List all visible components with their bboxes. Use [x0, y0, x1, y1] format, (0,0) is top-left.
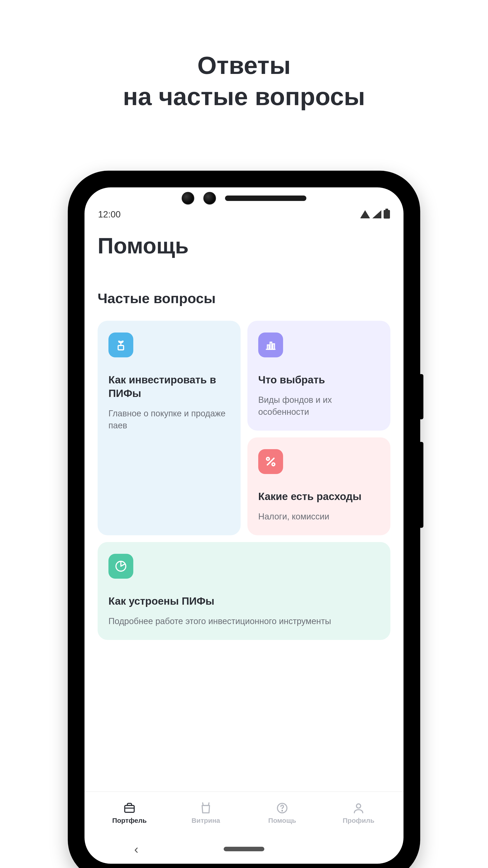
- camera-icon: [203, 192, 216, 205]
- pie-chart-icon: [108, 554, 133, 579]
- faq-card-choose[interactable]: Что выбрать Виды фондов и их особенности: [248, 321, 390, 431]
- card-subtitle: Налоги, комиссии: [258, 510, 380, 523]
- back-icon[interactable]: ‹: [134, 842, 138, 857]
- bar-chart-icon: [258, 333, 283, 358]
- phone-screen: 12:00 Помощь Частые вопросы: [85, 187, 403, 864]
- card-title: Что выбрать: [258, 373, 380, 387]
- phone-frame: 12:00 Помощь Частые вопросы: [68, 170, 420, 868]
- svg-rect-1: [267, 345, 269, 349]
- card-title: Как устроены ПИФы: [108, 594, 380, 608]
- app-content: Помощь Частые вопросы: [85, 223, 403, 792]
- speaker-icon: [225, 195, 306, 201]
- nav-showcase[interactable]: Витрина: [168, 802, 244, 825]
- faq-card-costs[interactable]: Какие есть расходы Налоги, комиссии: [248, 437, 390, 535]
- percent-icon: [258, 449, 283, 474]
- wifi-icon: [360, 210, 370, 218]
- nav-help[interactable]: Помощь: [244, 802, 320, 825]
- cards-grid: Как инвестировать в ПИФы Главное о покуп…: [98, 321, 390, 535]
- nav-label: Витрина: [192, 817, 220, 825]
- phone-power-button: [420, 374, 423, 419]
- svg-rect-8: [125, 805, 134, 812]
- nav-label: Портфель: [112, 817, 147, 825]
- status-time: 12:00: [98, 209, 121, 219]
- card-subtitle: Подробнее работе этого инвестиционного и…: [108, 615, 380, 627]
- home-pill-icon[interactable]: [224, 847, 264, 851]
- svg-rect-3: [273, 344, 274, 349]
- page-heading-line2: на частые вопросы: [123, 81, 365, 112]
- card-subtitle: Виды фондов и их особенности: [258, 394, 380, 418]
- phone-hardware-top: [78, 192, 410, 205]
- nav-portfolio[interactable]: Портфель: [91, 802, 168, 825]
- camera-icon: [182, 192, 194, 205]
- bottom-nav: Портфель Витрина: [85, 792, 403, 834]
- card-title: Какие есть расходы: [258, 490, 380, 503]
- nav-label: Помощь: [268, 817, 296, 825]
- status-icons: [360, 210, 390, 219]
- signal-icon: [372, 210, 381, 218]
- svg-line-6: [267, 458, 274, 465]
- card-title: Как инвестировать в ПИФы: [108, 373, 230, 400]
- faq-card-how-works[interactable]: Как устроены ПИФы Подробнее работе этого…: [98, 542, 390, 640]
- battery-icon: [384, 210, 390, 219]
- nav-label: Профиль: [343, 817, 375, 825]
- phone-mockup: 12:00 Помощь Частые вопросы: [68, 170, 420, 868]
- svg-point-4: [267, 458, 269, 460]
- svg-rect-2: [270, 342, 272, 349]
- svg-rect-0: [118, 345, 124, 350]
- svg-point-11: [357, 804, 361, 808]
- nav-profile[interactable]: Профиль: [320, 802, 397, 825]
- svg-point-5: [272, 463, 275, 466]
- faq-card-invest[interactable]: Как инвестировать в ПИФы Главное о покуп…: [98, 321, 240, 535]
- page-heading-line1: Ответы: [123, 50, 365, 81]
- android-nav-bar: ‹: [85, 834, 403, 864]
- page-heading: Ответы на частые вопросы: [123, 50, 365, 112]
- phone-volume-button: [420, 442, 423, 528]
- card-subtitle: Главное о покупке и продаже паев: [108, 408, 230, 432]
- section-title: Частые вопросы: [98, 290, 390, 306]
- svg-point-10: [282, 811, 283, 811]
- plant-icon: [108, 333, 133, 358]
- app-title: Помощь: [98, 233, 390, 258]
